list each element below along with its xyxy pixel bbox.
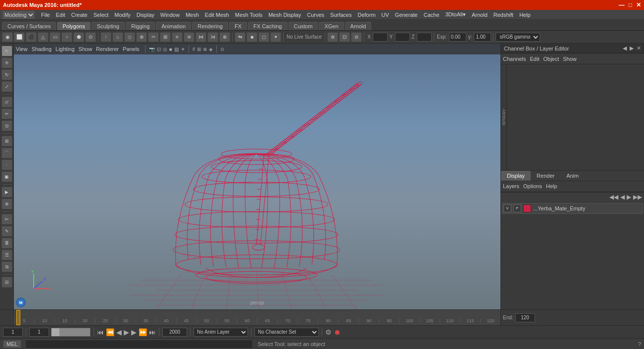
shelf-tab-xgen[interactable]: XGen [319, 22, 344, 30]
show-tab[interactable]: Show [563, 56, 577, 62]
layers-tab[interactable]: Layers [503, 183, 519, 189]
menu-select[interactable]: Select [94, 12, 109, 18]
y-field[interactable] [395, 33, 410, 42]
timeline-ruler[interactable]: 5 10 15 20 25 30 35 40 45 50 55 60 65 70… [14, 310, 500, 325]
tb-bevel[interactable]: ◇ [124, 32, 135, 42]
tb-separate[interactable]: ⋊ [207, 32, 218, 42]
current-frame-field[interactable] [3, 328, 23, 337]
menu-deform[interactable]: Deform [357, 12, 375, 18]
tb-soft[interactable]: ⊘ [351, 32, 362, 42]
snap-grid[interactable]: ⊞ [1, 136, 12, 147]
panel-arrow-left[interactable]: ◀ [623, 45, 627, 51]
tb-merge[interactable]: ⊕ [136, 32, 147, 42]
prev-frame-btn[interactable]: ◀ [116, 328, 122, 336]
menu-curves[interactable]: Curves [307, 12, 324, 18]
edit-tab[interactable]: Edit [530, 56, 539, 62]
arrow-prev[interactable]: ◀ [620, 194, 625, 200]
layer-playback-toggle[interactable]: P [513, 204, 521, 212]
menu-edit-mesh[interactable]: Edit Mesh [205, 12, 229, 18]
arrow-forward[interactable]: ▶▶ [633, 194, 642, 200]
isolate-btn[interactable]: ⊙ [220, 47, 224, 52]
wireframe-btn[interactable]: ⊡ [157, 47, 161, 52]
shelf-tab-arnold[interactable]: Arnold [345, 22, 372, 30]
panel-close[interactable]: ✕ [637, 45, 641, 51]
char-set-select[interactable]: No Character Set [254, 328, 319, 337]
tb-mirror[interactable]: ⇆ [235, 32, 246, 42]
auto-key-btn[interactable]: ⏺ [334, 328, 341, 336]
shelf-tab-polygons[interactable]: Polygons [57, 22, 90, 30]
right-panel-controls[interactable]: ◀ ▶ ✕ [623, 45, 641, 51]
menu-edit[interactable]: Edit [56, 12, 65, 18]
help-line-btn[interactable]: ? [638, 341, 641, 347]
layer-visibility-toggle[interactable]: V [503, 204, 511, 212]
exposure-field[interactable] [449, 33, 466, 42]
snap-point[interactable]: · [1, 159, 12, 170]
light-btn[interactable]: ☀ [181, 47, 185, 52]
menu-file[interactable]: File [41, 12, 50, 18]
tb-smooth[interactable]: ≋ [184, 32, 195, 42]
object-tab[interactable]: Object [543, 56, 559, 62]
tb-plane[interactable]: ▭ [50, 32, 60, 42]
list-item[interactable]: V P ...Yerba_Mate_Empty [502, 203, 643, 214]
menu-display[interactable]: Display [137, 12, 154, 18]
tb-cylinder[interactable]: ⬛ [26, 32, 37, 42]
menu-arnold[interactable]: Arnold [472, 12, 488, 18]
menu-cache[interactable]: Cache [424, 12, 440, 18]
anim-layer-select[interactable]: No Anim Layer [194, 328, 248, 337]
arrow-back[interactable]: ◀◀ [609, 194, 618, 200]
menu-mesh[interactable]: Mesh [186, 12, 199, 18]
sculpt-tool[interactable]: ◎ [1, 120, 12, 131]
shelf-tab-curves[interactable]: Curves / Surfaces [2, 22, 56, 30]
timeline-end-field[interactable] [515, 313, 535, 322]
tb-prism[interactable]: ⬟ [73, 32, 84, 42]
maximize-btn[interactable]: □ [629, 1, 632, 8]
layer-color-swatch[interactable] [523, 204, 531, 212]
render-preview[interactable]: ▶ [1, 187, 12, 198]
arrow-next[interactable]: ▶ [627, 194, 631, 200]
select-tool[interactable]: ↖ [1, 46, 12, 56]
tb-extrude[interactable]: ↑ [100, 32, 111, 42]
menu-surfaces[interactable]: Surfaces [330, 12, 351, 18]
menu-uv[interactable]: UV [382, 12, 389, 18]
snap-surface[interactable]: ▣ [1, 171, 12, 182]
next-frame-btn[interactable]: ▶ [131, 328, 137, 336]
timeline-scrubber[interactable] [16, 310, 20, 325]
hud-btn[interactable]: ⊞ [197, 47, 201, 52]
attr-editor[interactable]: ≣ [1, 238, 12, 249]
prefs-btn[interactable]: ⚙ [325, 328, 332, 336]
shelf-tab-rendering[interactable]: Rendering [192, 22, 228, 30]
script-input[interactable] [25, 340, 253, 349]
rotate-tool[interactable]: ↻ [1, 69, 12, 80]
channel-box-btn[interactable]: ☰ [1, 249, 12, 260]
scale-tool[interactable]: ⤢ [1, 81, 12, 92]
viewport[interactable]: View Shading Lighting Show Renderer Pane… [14, 44, 500, 309]
shading-menu[interactable]: Shading [32, 46, 51, 52]
x-field[interactable] [373, 33, 388, 42]
prev-key-btn[interactable]: ⏪ [106, 328, 114, 336]
show-manips[interactable]: ⊕ [1, 199, 12, 209]
annotate-tool[interactable]: ✎ [1, 226, 12, 237]
tb-insert[interactable]: ⊞ [160, 32, 171, 42]
tb-bridge[interactable]: ⌂ [112, 32, 123, 42]
lighting-menu[interactable]: Lighting [55, 46, 75, 52]
tb-boolean[interactable]: ⊗ [219, 32, 230, 42]
current-frame-right[interactable] [29, 328, 49, 337]
menu-help[interactable]: Help [519, 12, 531, 18]
channels-tab[interactable]: Channels [503, 56, 526, 62]
layer-editor-btn[interactable]: ⧉ [1, 261, 12, 272]
grid-btn[interactable]: # [193, 47, 196, 52]
menu-redshift[interactable]: Redshift [494, 12, 513, 18]
window-controls[interactable]: — □ ✕ [619, 1, 641, 8]
menu-window[interactable]: Window [160, 12, 180, 18]
tb-sphere[interactable]: ◉ [2, 32, 13, 42]
next-key-btn[interactable]: ⏩ [139, 328, 147, 336]
tb-snap[interactable]: ⊡ [339, 32, 350, 42]
tb-reduce[interactable]: ◻ [258, 32, 269, 42]
go-start-btn[interactable]: ⏮ [97, 328, 104, 336]
camera-btn[interactable]: 📷 [149, 47, 155, 52]
tb-split[interactable]: ✂ [148, 32, 159, 42]
menu-mesh-display[interactable]: Mesh Display [268, 12, 301, 18]
menu-3dtool[interactable]: 3DtoAll▾ [446, 11, 466, 18]
playback-end-field[interactable] [162, 328, 187, 337]
textured-btn[interactable]: ▨ [174, 47, 179, 52]
